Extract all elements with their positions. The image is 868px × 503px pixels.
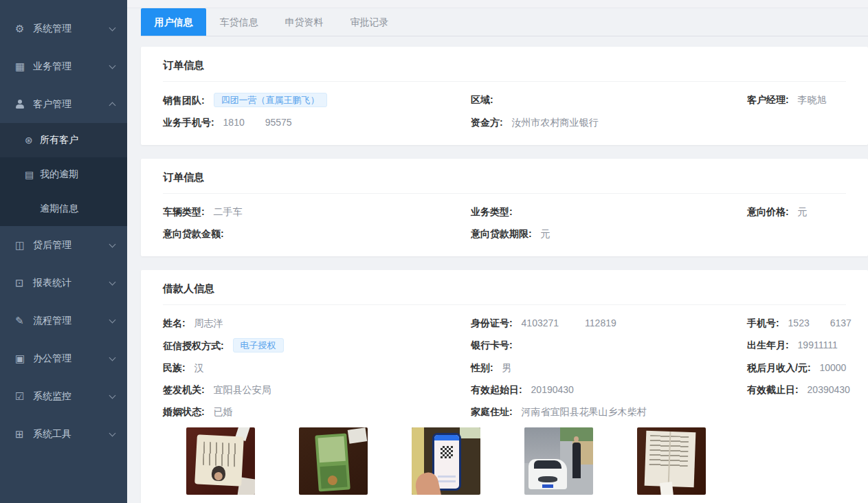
- sidebar-item-report-stats[interactable]: 报表统计: [0, 264, 127, 302]
- sidebar-item-label: 流程管理: [33, 315, 110, 327]
- report-icon: [15, 277, 33, 289]
- handwritten-document-photo[interactable]: [637, 427, 706, 495]
- sidebar-item-postloan-mgmt[interactable]: 贷后管理: [0, 226, 127, 264]
- sidebar-item-system-tools[interactable]: 系统工具: [0, 415, 127, 453]
- tab-loan-application-docs[interactable]: 申贷资料: [271, 8, 337, 36]
- sidebar-item-office-mgmt[interactable]: 办公管理: [0, 339, 127, 377]
- field-intent-loan-amount: 意向贷款金额:: [163, 227, 471, 241]
- photo-shape: [534, 460, 561, 469]
- photo-shape: [194, 434, 244, 486]
- field-business-phone: 业务手机号: 181095575: [163, 115, 471, 130]
- sidebar-item-label: 系统监控: [33, 390, 110, 403]
- chevron-down-icon: [109, 24, 116, 31]
- chevron-down-icon: [109, 316, 116, 323]
- field-mobile: 手机号: 15236137: [747, 316, 852, 331]
- chevron-down-icon: [109, 62, 116, 69]
- sidebar-item-label: 办公管理: [33, 353, 110, 365]
- field-birth-date: 出生年月: 19911111: [747, 338, 852, 353]
- sidebar-item-business-mgmt[interactable]: 业务管理: [0, 47, 127, 85]
- photo-shape: [538, 476, 557, 482]
- sidebar-item-label: 系统工具: [33, 428, 110, 440]
- field-id-number: 身份证号: 4103271112819: [471, 316, 747, 331]
- photo-item: 征信授权: [412, 427, 480, 503]
- sidebar-item-label: 贷后管理: [33, 239, 110, 252]
- sidebar-item-system-monitor[interactable]: 系统监控: [0, 377, 127, 415]
- sidebar: 系统管理 业务管理 客户管理 所有客户 我的逾期 逾期信息 贷后管理 报表统计: [0, 0, 127, 503]
- phone-qr-photo[interactable]: [412, 427, 480, 495]
- person-shape: [572, 443, 581, 478]
- person-car-photo[interactable]: [524, 427, 593, 495]
- detail-tabs: 用户信息 车贷信息 申贷资料 审批记录: [141, 8, 868, 36]
- order-info-card-2: 订单信息 车辆类型: 二手车 业务类型: 意向价格: 元 意向贷款金额: 意向贷…: [141, 159, 868, 256]
- sidebar-item-label: 业务管理: [33, 60, 110, 73]
- sidebar-item-customer-mgmt[interactable]: 客户管理: [0, 85, 127, 123]
- qr-code-shape: [441, 446, 453, 458]
- field-marital-status: 婚姻状态: 已婚: [163, 405, 471, 419]
- car-shape: [528, 459, 567, 489]
- tab-user-info[interactable]: 用户信息: [141, 8, 206, 36]
- field-intent-price: 意向价格: 元: [747, 205, 846, 219]
- main-content: 用户信息 车贷信息 申贷资料 审批记录 订单信息 销售团队: 四团一营（直属王鹏…: [127, 0, 868, 503]
- license-booklet-photo[interactable]: [299, 427, 368, 495]
- tools-icon: [15, 428, 33, 440]
- photo-shape: [660, 482, 674, 495]
- redaction-block: [245, 119, 265, 127]
- id-card-photo[interactable]: [186, 427, 255, 495]
- photo-item: 其他材料: [637, 427, 706, 503]
- customer-mgmt-submenu: 所有客户 我的逾期 逾期信息: [0, 123, 127, 226]
- redaction-block: [810, 320, 830, 328]
- chevron-up-icon: [109, 102, 116, 109]
- field-name: 姓名: 周志洋: [163, 316, 471, 331]
- overdue-icon: [25, 169, 40, 180]
- sidebar-item-label: 客户管理: [33, 98, 110, 111]
- top-divider: [127, 0, 868, 8]
- field-sales-team: 销售团队: 四团一营（直属王鹏飞）: [163, 93, 471, 108]
- field-monthly-income: 税后月收入/元: 10000: [747, 361, 852, 375]
- sales-team-tag: 四团一营（直属王鹏飞）: [214, 93, 327, 107]
- photo-shape: [348, 427, 368, 443]
- photo-shape: [542, 484, 553, 488]
- grid-icon: [15, 60, 33, 73]
- borrower-info-card: 借款人信息 姓名: 周志洋 身份证号: 4103271112819 手机号: 1…: [141, 270, 868, 503]
- field-account-manager: 客户经理: 李晓旭: [747, 93, 846, 108]
- sidebar-item-all-customers[interactable]: 所有客户: [0, 123, 127, 157]
- chevron-down-icon: [109, 392, 116, 399]
- credit-auth-tag: 电子授权: [233, 338, 284, 353]
- sidebar-item-my-overdue[interactable]: 我的逾期: [0, 157, 127, 192]
- monitor-icon: [15, 390, 33, 403]
- chevron-down-icon: [109, 429, 116, 436]
- photo-shape: [438, 480, 456, 482]
- chevron-down-icon: [109, 241, 116, 247]
- card-title: 借款人信息: [163, 282, 846, 305]
- field-intent-loan-term: 意向贷款期限: 元: [471, 227, 747, 241]
- user-icon: [15, 100, 33, 109]
- sidebar-item-label: 所有客户: [40, 134, 78, 146]
- sidebar-item-label: 系统管理: [33, 23, 110, 35]
- tab-car-loan-info[interactable]: 车贷信息: [206, 8, 271, 36]
- sidebar-item-flow-mgmt[interactable]: 流程管理: [0, 302, 127, 339]
- field-issuing-authority: 签发机关: 宜阳县公安局: [163, 383, 471, 397]
- photo-shape: [645, 431, 696, 487]
- field-region: 区域:: [471, 93, 747, 108]
- field-funder: 资金方: 汝州市农村商业银行: [471, 115, 747, 130]
- field-home-address: 家庭住址: 河南省宜阳县花果山乡木柴村: [471, 405, 747, 419]
- chevron-down-icon: [109, 354, 116, 361]
- photo-shape: [315, 433, 350, 491]
- tab-approval-records[interactable]: 审批记录: [337, 8, 402, 36]
- office-icon: [15, 353, 33, 365]
- field-bank-card: 银行卡号:: [471, 338, 747, 353]
- flow-icon: [15, 315, 33, 327]
- photo-shape: [574, 436, 579, 442]
- photo-shape: [524, 427, 560, 463]
- redaction-block: [559, 320, 585, 328]
- card-title: 订单信息: [163, 171, 846, 194]
- photo-shape: [434, 435, 459, 440]
- field-valid-to: 有效截止日: 20390430: [747, 383, 852, 397]
- photo-shape: [438, 476, 456, 478]
- field-credit-auth-method: 征信授权方式: 电子授权: [163, 338, 471, 353]
- sidebar-item-system-mgmt[interactable]: 系统管理: [0, 10, 127, 47]
- photo-item: 驾驶证照片: [299, 427, 368, 503]
- sidebar-item-overdue-info[interactable]: 逾期信息: [0, 192, 127, 226]
- gear-icon: [15, 23, 33, 35]
- borrower-photos: 身份证 驾驶证照片: [163, 427, 846, 503]
